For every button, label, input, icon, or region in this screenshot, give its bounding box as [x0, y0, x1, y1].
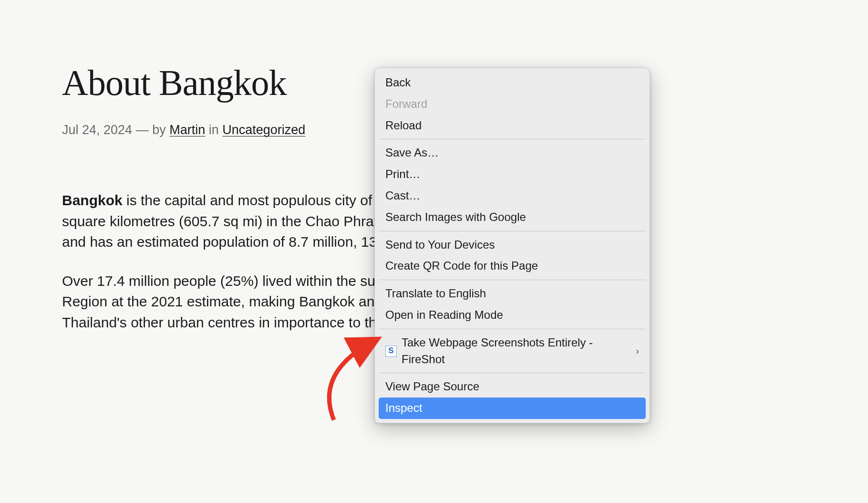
menu-item-forward: Forward [379, 94, 646, 115]
menu-item-open-in-reading-mode[interactable]: Open in Reading Mode [379, 304, 646, 326]
menu-item-label: Inspect [385, 400, 422, 417]
menu-item-back[interactable]: Back [379, 72, 646, 94]
menu-divider [379, 280, 646, 280]
menu-item-label: Reload [385, 117, 422, 134]
menu-divider [379, 373, 646, 373]
menu-divider [379, 139, 646, 139]
menu-item-label: Save As… [385, 145, 439, 161]
context-menu: BackForwardReloadSave As…Print…Cast…Sear… [374, 68, 650, 423]
menu-item-translate-to-english[interactable]: Translate to English [379, 283, 646, 304]
author-link[interactable]: Martin [169, 123, 205, 137]
menu-item-reload[interactable]: Reload [379, 115, 646, 136]
article-date: Jul 24, 2024 [62, 123, 132, 137]
menu-item-label: Forward [385, 96, 427, 113]
menu-item-label: View Page Source [385, 378, 479, 395]
menu-item-create-qr-code-for-this-page[interactable]: Create QR Code for this Page [379, 255, 646, 277]
menu-item-view-page-source[interactable]: View Page Source [379, 376, 646, 398]
menu-item-label: Search Images with Google [385, 209, 526, 226]
menu-item-label: Back [385, 74, 411, 91]
category-link[interactable]: Uncategorized [222, 123, 305, 137]
fireshot-extension-icon: S [385, 346, 397, 357]
menu-item-search-images-with-google[interactable]: Search Images with Google [379, 207, 646, 228]
menu-item-label: Take Webpage Screenshots Entirely - Fire… [402, 335, 631, 368]
chevron-right-icon: › [636, 344, 639, 358]
by-label: by [152, 123, 166, 137]
menu-item-label: Create QR Code for this Page [385, 258, 538, 274]
menu-item-label: Cast… [385, 188, 420, 204]
menu-item-save-as[interactable]: Save As… [379, 142, 646, 164]
menu-item-cast[interactable]: Cast… [379, 185, 646, 207]
menu-item-take-webpage-screenshots-entirely-fireshot[interactable]: STake Webpage Screenshots Entirely - Fir… [379, 332, 646, 370]
p1-strong: Bangkok [62, 192, 123, 208]
menu-item-print[interactable]: Print… [379, 164, 646, 185]
menu-divider [379, 231, 646, 231]
menu-item-label: Send to Your Devices [385, 237, 495, 253]
menu-item-label: Open in Reading Mode [385, 307, 503, 324]
menu-divider [379, 329, 646, 329]
menu-item-label: Print… [385, 166, 420, 183]
menu-item-inspect[interactable]: Inspect [379, 398, 646, 419]
menu-item-send-to-your-devices[interactable]: Send to Your Devices [379, 234, 646, 256]
meta-separator: — [136, 123, 149, 137]
menu-item-label: Translate to English [385, 285, 486, 302]
in-label: in [209, 123, 219, 137]
